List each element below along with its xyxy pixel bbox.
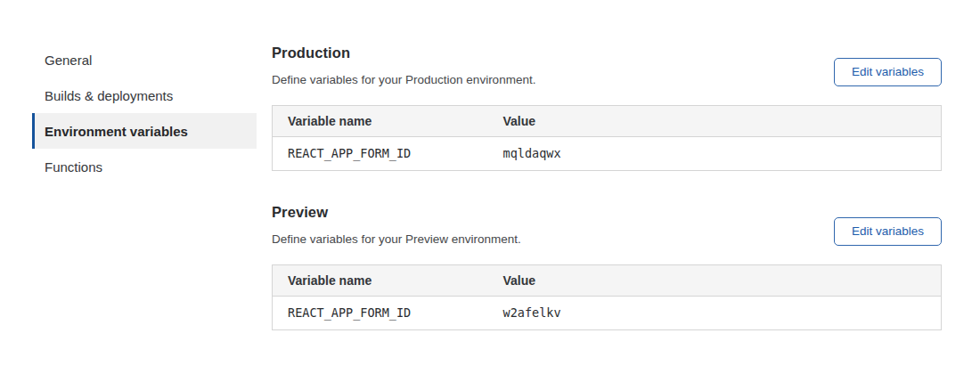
- sidebar-item-general[interactable]: General: [32, 42, 257, 77]
- variable-value-cell: w2afelkv: [488, 297, 942, 330]
- preview-section: Preview Define variables for your Previe…: [272, 171, 942, 330]
- sidebar-item-functions[interactable]: Functions: [32, 149, 257, 184]
- column-header-variable-name: Variable name: [273, 265, 488, 297]
- column-header-variable-name: Variable name: [273, 106, 488, 137]
- column-header-value: Value: [488, 106, 942, 137]
- preview-edit-variables-button[interactable]: Edit variables: [834, 217, 942, 246]
- environment-variables-settings-page: General Builds & deployments Environment…: [0, 0, 980, 374]
- column-header-value: Value: [488, 265, 942, 297]
- table-row: REACT_APP_FORM_ID mqldaqwx: [273, 137, 942, 171]
- variable-name-cell: REACT_APP_FORM_ID: [273, 137, 488, 171]
- table-row: REACT_APP_FORM_ID w2afelkv: [273, 297, 942, 330]
- variable-name-cell: REACT_APP_FORM_ID: [273, 297, 488, 330]
- preview-variables-table: Variable name Value REACT_APP_FORM_ID w2…: [272, 264, 942, 330]
- table-header-row: Variable name Value: [273, 106, 942, 137]
- settings-sidebar: General Builds & deployments Environment…: [32, 42, 257, 184]
- variable-value-cell: mqldaqwx: [488, 137, 942, 171]
- table-header-row: Variable name Value: [273, 265, 942, 297]
- sidebar-item-environment-variables[interactable]: Environment variables: [32, 113, 257, 149]
- main-content: Production Define variables for your Pro…: [272, 0, 942, 330]
- production-variables-table: Variable name Value REACT_APP_FORM_ID mq…: [272, 105, 942, 171]
- production-edit-variables-button[interactable]: Edit variables: [834, 58, 942, 86]
- production-section: Production Define variables for your Pro…: [272, 0, 942, 171]
- sidebar-item-builds-deployments[interactable]: Builds & deployments: [32, 77, 257, 113]
